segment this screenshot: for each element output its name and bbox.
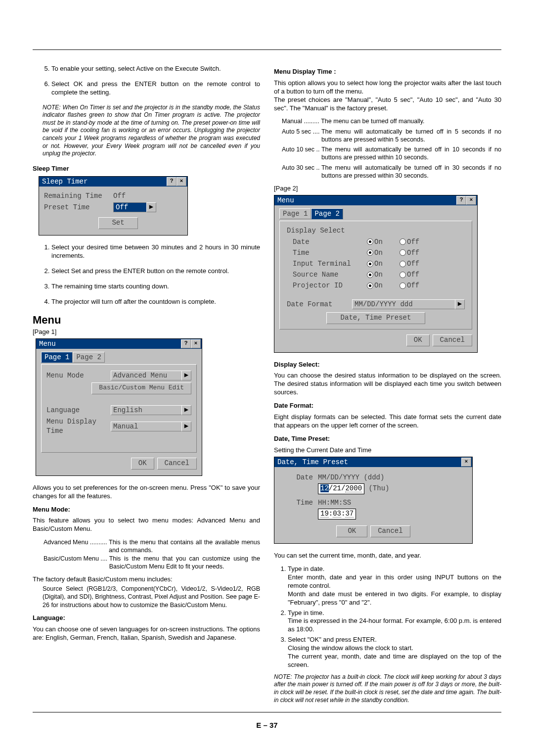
date-format-dropdown[interactable]: MM/DD/YYYY ddd [352,299,455,309]
time-input[interactable]: 19:03:37 [318,509,356,520]
radio-off[interactable] [400,249,406,256]
cancel-button[interactable]: Cancel [370,525,410,537]
language-label: Language [46,406,111,415]
sleep-step-4: The projector will turn off after the co… [51,298,260,306]
page2-label: [Page 2] [274,185,501,193]
menu-page1-body: Page 1 Page 2 Menu Mode Advanced Menu ▶ [36,349,202,475]
on-label: On [374,248,383,257]
date-format-text: MM/DD/YYYY (ddd) [318,473,389,482]
close-icon[interactable]: × [466,196,476,205]
on-timer-note: NOTE: When On Timer is set and the proje… [43,104,260,158]
tab-page-2[interactable]: Page 2 [311,208,343,219]
def-desc: The menu will automatically be turned of… [321,128,501,144]
radio-off[interactable] [400,261,406,267]
close-icon[interactable]: × [191,339,201,348]
sleep-timer-heading: Sleep Timer [33,165,260,173]
bottom-rule [33,712,501,712]
left-column: To enable your setting, select Active on… [33,65,260,707]
after-dtp-text: You can set the current time, month, dat… [274,552,501,560]
dtp-step-3: Select "OK" and press ENTER. Closing the… [288,636,501,669]
factory-default-head: The factory default Basic/Custom menu in… [33,575,260,584]
menu-display-time-dropdown[interactable]: Manual [111,422,182,431]
window-buttons: × [461,458,471,467]
date-format-heading: Date Format: [274,402,501,410]
radio-off[interactable] [400,283,406,289]
radio-off[interactable] [400,272,406,278]
radio-on[interactable] [367,272,373,278]
def-term: Auto 30 sec .. [282,164,321,180]
radio-off[interactable] [400,238,406,245]
radio-on[interactable] [367,249,373,256]
option-label: Time [287,248,367,257]
sleep-timer-titlebar: Sleep Timer ? × [39,177,187,187]
date-time-preset-button[interactable]: Date, Time Preset [326,312,426,324]
menu-page2-titlebar: Menu ? × [274,195,477,205]
chevron-right-icon[interactable]: ▶ [181,422,191,431]
chevron-right-icon[interactable]: ▶ [146,202,156,212]
date-time-preset-heading: Date, Time Preset: [274,435,501,443]
chevron-right-icon[interactable]: ▶ [455,299,465,309]
display-select-row: DateOnOff [287,237,465,246]
sleep-timer-title: Sleep Timer [40,177,88,186]
menu-display-time-text: This option allows you to select how lon… [274,79,501,113]
def-desc: The menu will automatically be turned of… [321,164,501,180]
off-label: Off [407,270,419,279]
tab-page-2[interactable]: Page 2 [73,352,104,363]
cancel-button[interactable]: Cancel [157,458,197,470]
display-select-label: Display Select [287,226,465,235]
radio-on[interactable] [367,261,373,267]
display-select-row: Projector IDOnOff [287,281,465,290]
help-icon[interactable]: ? [456,196,466,205]
def-desc: This is the menu that you can customize … [109,555,260,571]
off-label: Off [407,237,419,246]
on-label: On [374,259,383,268]
date-input[interactable]: 12/21/2000 [318,483,364,494]
preset-time-dropdown[interactable]: Off [113,202,147,212]
dtp-step-2: Type in time. Time is expressed in the 2… [288,609,501,634]
help-icon[interactable]: ? [167,177,177,186]
sleep-step-2: Select Set and press the ENTER button on… [51,267,260,276]
menu-display-time-label: Menu Display Time [46,417,111,435]
menu-mode-dropdown[interactable]: Advanced Menu [111,371,182,380]
date-label: Date [284,473,318,482]
help-icon[interactable]: ? [181,339,191,348]
top-step-list: To enable your setting, select Active on… [43,65,260,97]
chevron-right-icon[interactable]: ▶ [181,371,191,380]
radio-on[interactable] [367,283,373,289]
menu-page1-dialog: Menu ? × Page 1 Page 2 Menu Mode [36,338,202,476]
option-label: Date [287,237,367,246]
chevron-right-icon[interactable]: ▶ [181,405,191,415]
tab-content: Display Select DateOnOffTimeOnOffInput T… [279,221,472,329]
on-label: On [374,270,383,279]
tab-page-1[interactable]: Page 1 [41,352,73,363]
custom-menu-edit-button[interactable]: Basic/Custom Menu Edit [91,382,191,394]
menu-mode-text: This feature allows you to select two me… [33,517,260,533]
two-column-layout: To enable your setting, select Active on… [33,65,501,707]
language-dropdown[interactable]: English [111,405,182,415]
sleep-step-1: Select your desired time between 30 minu… [51,243,260,260]
menu-mode-definitions: Advanced Menu .......... This is the men… [44,538,260,570]
ok-button[interactable]: OK [336,525,367,537]
tab-page-1[interactable]: Page 1 [279,208,311,219]
dtp-body: Date MM/DD/YYYY (ddd) 12/21/2000 (Thu) T… [274,467,472,543]
menu-heading: Menu [33,313,260,328]
factory-default-text: Source Select (RGB1/2/3, Component(YCbCr… [43,585,260,609]
date-format-text: Eight display formats can be selected. T… [274,413,501,430]
menu-page2-dialog: Menu ? × Page 1 Page 2 Display Select Da… [274,195,478,353]
display-select-text: You can choose the desired status inform… [274,372,501,397]
def-desc: The menu will automatically be turned of… [321,145,501,162]
def-term: Manual ......... [282,117,321,125]
language-heading: Language: [33,614,260,622]
on-label: On [374,281,383,290]
ok-button[interactable]: OK [406,334,430,346]
tab-content: Menu Mode Advanced Menu ▶ Basic/Custom M… [41,364,197,452]
close-icon[interactable]: × [461,458,471,467]
radio-on[interactable] [367,238,373,245]
option-label: Input Terminal [287,259,367,268]
menu-intro-text: Allows you to set preferences for the on… [33,484,260,501]
window-buttons: ? × [456,196,476,205]
cancel-button[interactable]: Cancel [433,334,472,346]
ok-button[interactable]: OK [131,458,154,470]
close-icon[interactable]: × [177,177,186,186]
set-button[interactable]: Set [98,217,138,229]
